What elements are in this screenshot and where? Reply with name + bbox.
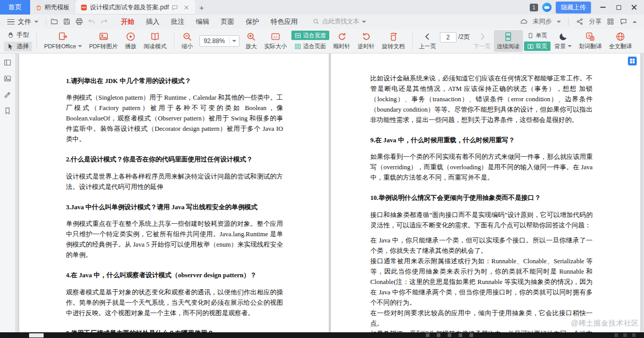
bookmark-icon[interactable] — [4, 107, 11, 115]
docer-template-tab[interactable]: 稻壳模板 — [30, 0, 75, 15]
taskbar-app-button[interactable] — [29, 333, 44, 337]
share-label[interactable]: 分享 — [589, 17, 601, 26]
rotate-counterclockwise-button[interactable]: 逆时针 — [355, 30, 378, 52]
page-number-input[interactable] — [440, 32, 457, 43]
answer-paragraph: 如果你看到一个类的不同实现有着不同的方式来做同一件事，那么就应该用重写（over… — [370, 152, 593, 183]
new-tab-button[interactable]: + — [195, 3, 208, 12]
question-heading: 9.在 Java 中，什么时候用重载，什么时候用重写？ — [370, 136, 593, 145]
pdf-to-office-icon — [58, 32, 68, 42]
redo-icon[interactable] — [100, 18, 108, 25]
prev-page-label: 上一页 — [419, 43, 436, 50]
zoom-level-input[interactable] — [203, 37, 226, 45]
maximize-icon — [616, 5, 621, 10]
full-translate-button[interactable]: 全文翻译 — [606, 30, 635, 52]
tab-special-apps[interactable]: 特色应用 — [265, 15, 303, 29]
undo-icon[interactable] — [88, 18, 96, 25]
sync-status[interactable]: 未同步 — [533, 17, 552, 26]
full-translate-icon — [615, 32, 625, 42]
taskbar-icon[interactable] — [426, 333, 430, 337]
save-icon[interactable] — [63, 18, 71, 25]
fit-page-button[interactable]: 适合页面 — [291, 42, 329, 51]
pdf-to-office-button[interactable]: PDF转Office — [41, 30, 85, 52]
taskbar-icon[interactable] — [448, 333, 451, 337]
word-translate-button[interactable]: A 划词翻译 — [576, 30, 605, 52]
next-page-button[interactable]: 下一页 — [474, 32, 491, 50]
maximize-button[interactable] — [611, 0, 626, 15]
select-tool[interactable]: 选择 — [4, 42, 32, 51]
fit-width-button[interactable]: 适合宽度 — [291, 31, 329, 40]
divider — [36, 32, 37, 50]
actual-size-button[interactable]: 1:1 实际大小 — [261, 30, 290, 52]
share-icon[interactable] — [576, 18, 584, 25]
answer-paragraph: 单例模式（Singleton pattern）用于 Runtime，Calend… — [66, 92, 283, 144]
tab-page[interactable]: 页面 — [215, 15, 240, 29]
titlebar-right: 1 隐藏上传 — [530, 0, 644, 15]
prev-page-button[interactable]: 上一页 — [419, 32, 436, 50]
comment-icon[interactable] — [620, 18, 627, 25]
rotate-clockwise-button[interactable]: 顺时针 — [330, 30, 354, 52]
double-page-label: 双页 — [536, 43, 547, 50]
answer-paragraph: 单例模式重点在于在整个系统上共享一些创建时较耗资源的对象。整个应用中只维护一个特… — [66, 219, 283, 260]
taskbar-icon[interactable] — [437, 333, 440, 337]
document-tab-label: 设计模式面试专题及答案.pdf — [90, 3, 169, 12]
fit-width-label: 适合宽度 — [303, 32, 326, 39]
find-text-box[interactable]: 点此查找文本 — [313, 17, 366, 26]
zoom-in-button[interactable]: 放大 — [243, 30, 260, 52]
taskbar-icon[interactable] — [469, 333, 473, 337]
pdf-to-image-button[interactable]: PDF转图片 — [86, 30, 121, 52]
collapse-ribbon-icon[interactable] — [633, 21, 637, 23]
print-icon[interactable] — [75, 18, 83, 25]
cloud-sync-icon[interactable] — [520, 18, 528, 25]
find-text-placeholder: 点此查找文本 — [322, 17, 359, 26]
floating-widget-icon[interactable] — [628, 57, 637, 65]
apps-grid-icon[interactable] — [607, 18, 614, 25]
notification-badge[interactable]: 1 — [530, 4, 538, 11]
document-tab[interactable]: PDF 设计模式面试专题及答案.pdf — [75, 0, 195, 15]
open-folder-icon[interactable] — [50, 18, 58, 25]
single-page-button[interactable]: 单页 — [524, 31, 551, 40]
thumbnail-icon[interactable] — [4, 75, 11, 83]
pdf-page-2: 比如设计金融系统来说，必须知道它们应该在任何情况下都能够正常工作。不管是断电还是… — [331, 53, 640, 332]
hide-upload-button[interactable]: 隐藏上传 — [556, 2, 591, 13]
nav-panel-icon[interactable] — [4, 59, 11, 66]
fit-width-icon — [294, 32, 301, 39]
tab-annotate[interactable]: 批注 — [165, 15, 190, 29]
rotate-document-button[interactable]: 旋转文档 — [379, 30, 408, 52]
tray-icon[interactable] — [623, 333, 627, 337]
background-button[interactable]: 背景 — [552, 30, 575, 52]
taskbar-icon[interactable] — [459, 333, 462, 337]
question-heading: 3.Java 中什么叫单例设计模式？请用 Java 写出线程安全的单例模式 — [66, 202, 283, 212]
tab-close-icon[interactable] — [183, 4, 190, 11]
double-page-button[interactable]: 双页 — [524, 42, 551, 51]
continuous-reading-button[interactable]: 连续阅读 — [494, 30, 523, 52]
document-canvas[interactable]: 1.请列举出在 JDK 中几个常用的设计模式？ 单例模式（Singleton p… — [16, 53, 644, 332]
content-area: 1.请列举出在 JDK 中几个常用的设计模式？ 单例模式（Singleton p… — [0, 53, 644, 332]
file-menu[interactable]: 文件 — [4, 17, 42, 26]
background-moon-icon — [558, 32, 568, 42]
tab-insert[interactable]: 插入 — [140, 15, 165, 29]
close-button[interactable] — [626, 0, 642, 15]
zoom-out-button[interactable]: 缩小 — [179, 30, 196, 52]
divider — [412, 32, 413, 50]
chevron-down-icon — [232, 40, 236, 42]
page-number-box: /2页 — [440, 32, 470, 43]
windows-taskbar[interactable] — [0, 332, 644, 338]
left-panel-rail — [0, 53, 16, 332]
tray-icon[interactable] — [632, 333, 636, 337]
menubar-right: 未同步 分享 — [520, 17, 640, 26]
read-mode-icon — [150, 32, 160, 42]
annotation-pen-icon[interactable] — [4, 91, 11, 99]
answer-paragraph: 接口和抽象类都遵循“面向接口而不是实现编码”设计原则，它可以增加代码的灵活性，可… — [370, 210, 593, 231]
tab-edit[interactable]: 编辑 — [190, 15, 215, 29]
tab-start[interactable]: 开始 — [115, 15, 140, 29]
home-tab[interactable]: 首页 — [0, 0, 30, 15]
zoom-level-combo[interactable] — [199, 35, 239, 47]
hand-tool[interactable]: 手型 — [4, 30, 32, 40]
minimize-button[interactable] — [595, 0, 611, 15]
play-button[interactable]: 播放 — [122, 30, 140, 52]
read-mode-button[interactable]: 阅读模式 — [141, 30, 170, 52]
cloud-service-icon[interactable] — [542, 3, 552, 12]
tab-protect[interactable]: 保护 — [240, 15, 265, 29]
chevron-down-icon — [568, 45, 572, 47]
tray-icon[interactable] — [614, 333, 618, 337]
